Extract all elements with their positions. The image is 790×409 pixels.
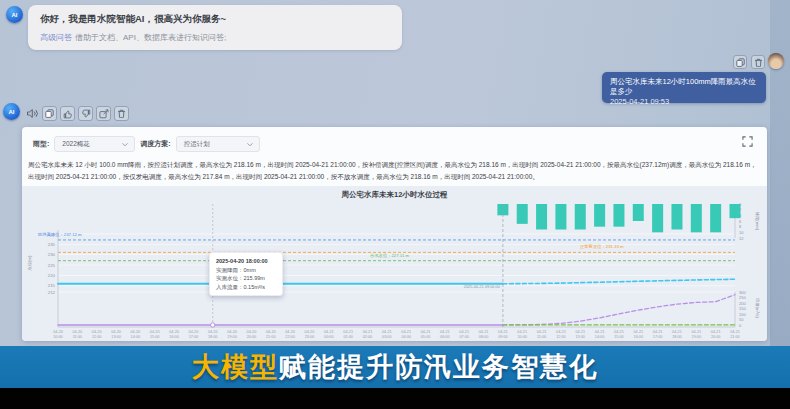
svg-text:04-21: 04-21 <box>691 330 701 334</box>
thumbs-down-button[interactable] <box>78 106 93 121</box>
svg-text:09:00: 09:00 <box>498 335 508 339</box>
chart-canvas: 2402352302252202152120246810123002502001… <box>22 186 767 341</box>
svg-text:04-21: 04-21 <box>498 330 508 334</box>
banner: 大模型赋能提升防汛业务智慧化 <box>0 346 790 388</box>
svg-text:04-20: 04-20 <box>227 330 237 334</box>
svg-text:04-21: 04-21 <box>343 330 353 334</box>
svg-text:21:00: 21:00 <box>730 335 740 339</box>
svg-text:降雨(mm): 降雨(mm) <box>755 212 760 231</box>
svg-text:8: 8 <box>739 224 742 229</box>
svg-text:04-21: 04-21 <box>459 330 469 334</box>
svg-text:04-20: 04-20 <box>285 330 295 334</box>
delete-button[interactable] <box>114 106 129 121</box>
export-button[interactable] <box>96 106 111 121</box>
svg-text:04-20: 04-20 <box>150 330 160 334</box>
svg-text:50: 50 <box>739 317 744 322</box>
answer-card: 雨型: 2022梅花 调度方案: 控运计划 周公宅水库未来 12 小时 100.… <box>22 127 767 341</box>
copy-icon <box>736 58 745 67</box>
svg-text:04-21: 04-21 <box>421 330 431 334</box>
svg-text:04-21: 04-21 <box>595 330 605 334</box>
svg-text:03:00: 03:00 <box>382 335 392 339</box>
svg-text:04-21: 04-21 <box>440 330 450 334</box>
svg-text:04:00: 04:00 <box>401 335 411 339</box>
plan-select[interactable]: 控运计划 <box>176 136 260 152</box>
svg-text:04-21: 04-21 <box>575 330 585 334</box>
copy-button[interactable] <box>733 55 747 69</box>
svg-text:11:00: 11:00 <box>537 335 546 339</box>
rain-type-value: 2022梅花 <box>62 140 89 149</box>
hover-marker <box>211 323 215 327</box>
svg-text:正常蓄水位：231.13 m: 正常蓄水位：231.13 m <box>580 244 624 249</box>
svg-text:10:00: 10:00 <box>517 335 527 339</box>
svg-text:21:00: 21:00 <box>266 335 276 339</box>
banner-highlight: 大模型 <box>192 349 279 385</box>
svg-text:100: 100 <box>739 312 746 317</box>
bottom-black-bar <box>0 388 790 409</box>
forecast-summary: 周公宅水库未来 12 小时 100.0 mm降雨，按控运计划调度，最高水位为 2… <box>28 159 761 182</box>
thumbs-down-icon <box>81 109 91 119</box>
user-avatar <box>768 53 784 69</box>
tooltip-time: 2025-04-20 18:00:00 <box>216 257 276 266</box>
ai-greeting-text: 你好，我是甬水院智能AI，很高兴为你服务~ <box>40 13 390 26</box>
svg-text:04-20: 04-20 <box>305 330 315 334</box>
advanced-qa-tag[interactable]: 高级问答 <box>40 33 72 42</box>
svg-text:0: 0 <box>739 323 742 328</box>
svg-text:200: 200 <box>739 301 746 306</box>
copy-button[interactable] <box>42 106 57 121</box>
fullscreen-icon <box>742 136 753 147</box>
svg-text:13:00: 13:00 <box>111 335 121 339</box>
svg-text:230: 230 <box>48 252 56 257</box>
svg-text:15:00: 15:00 <box>150 335 160 339</box>
svg-text:04-21: 04-21 <box>711 330 721 334</box>
delete-button[interactable] <box>751 55 765 69</box>
thumbs-up-button[interactable] <box>60 106 75 121</box>
svg-text:11:00: 11:00 <box>73 335 82 339</box>
svg-text:2025-04-21 09:00:00: 2025-04-21 09:00:00 <box>464 284 501 289</box>
rain-bars <box>497 204 740 232</box>
svg-text:14:00: 14:00 <box>595 335 605 339</box>
fullscreen-button[interactable] <box>742 133 753 151</box>
svg-text:水位(m): 水位(m) <box>27 255 32 271</box>
svg-text:04-20: 04-20 <box>111 330 121 334</box>
svg-text:04-20: 04-20 <box>169 330 179 334</box>
svg-text:18:00: 18:00 <box>208 335 218 339</box>
svg-text:212: 212 <box>48 290 56 295</box>
series-预报入库流量 <box>503 295 735 325</box>
chart-toolbar: 雨型: 2022梅花 调度方案: 控运计划 <box>33 136 260 152</box>
svg-text:250: 250 <box>739 295 746 300</box>
svg-text:13:00: 13:00 <box>575 335 585 339</box>
user-message-time: 2025-04-21 09:53 <box>610 97 758 107</box>
svg-text:17:00: 17:00 <box>653 335 663 339</box>
svg-text:16:00: 16:00 <box>169 335 179 339</box>
svg-text:6: 6 <box>739 219 742 224</box>
rain-type-label: 雨型: <box>33 139 49 149</box>
svg-text:225: 225 <box>48 263 56 268</box>
svg-text:04-20: 04-20 <box>53 330 63 334</box>
svg-text:12:00: 12:00 <box>92 335 102 339</box>
svg-text:06:00: 06:00 <box>440 335 450 339</box>
user-message-text: 周公宅水库未来12小时100mm降雨最高水位是多少 <box>610 77 758 97</box>
svg-text:16:00: 16:00 <box>634 335 644 339</box>
svg-text:10: 10 <box>739 230 744 235</box>
plan-label: 调度方案: <box>140 139 170 149</box>
svg-text:08:00: 08:00 <box>479 335 489 339</box>
chart-tooltip: 2025-04-20 18:00:00 实测降雨：0mm 实测水位：215.99… <box>209 252 283 296</box>
svg-text:220: 220 <box>48 273 56 278</box>
svg-text:20:00: 20:00 <box>247 335 257 339</box>
chevron-down-icon <box>246 141 254 148</box>
svg-text:23:00: 23:00 <box>305 335 315 339</box>
background-shade <box>770 0 790 346</box>
rain-type-select[interactable]: 2022梅花 <box>54 136 135 152</box>
svg-text:18:00: 18:00 <box>672 335 682 339</box>
svg-text:235: 235 <box>48 242 56 247</box>
svg-text:12: 12 <box>739 236 744 241</box>
sound-button[interactable] <box>25 106 40 121</box>
svg-text:04-21: 04-21 <box>633 330 643 334</box>
delete-icon <box>754 58 763 67</box>
plan-value: 控运计划 <box>184 140 210 149</box>
ai-avatar: AI <box>6 6 23 23</box>
svg-text:流量(m³/s): 流量(m³/s) <box>755 298 760 318</box>
svg-text:10:00: 10:00 <box>53 335 63 339</box>
svg-text:04-21: 04-21 <box>537 330 547 334</box>
svg-text:215: 215 <box>48 283 56 288</box>
